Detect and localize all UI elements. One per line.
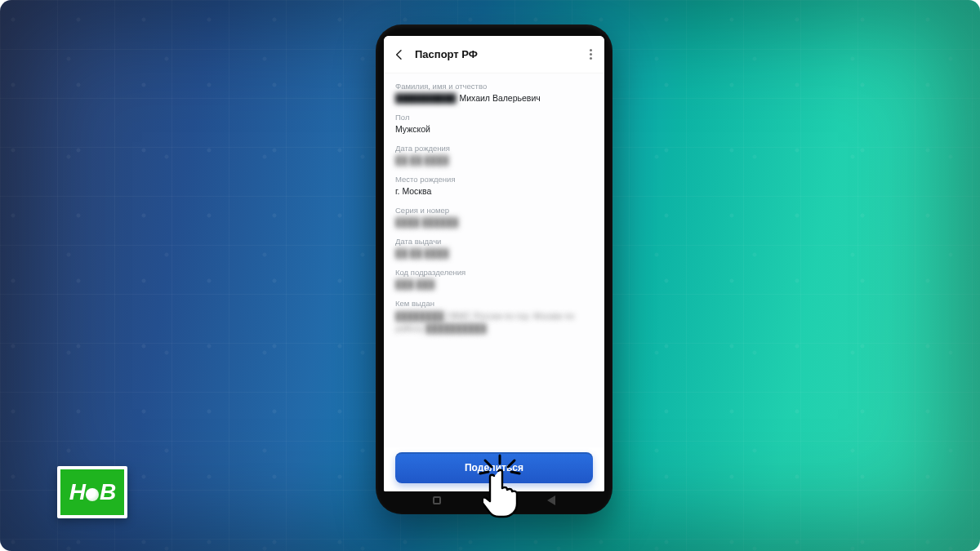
field-birth-date: Дата рождения ██.██.████ — [395, 144, 593, 165]
nav-back-icon[interactable] — [547, 495, 555, 505]
ntv-logo: НВ — [57, 466, 127, 518]
field-full-name: Фамилия, имя и отчество ██████████Михаил… — [395, 82, 593, 103]
bottom-action-area: Поделиться — [384, 447, 604, 491]
more-menu-button[interactable] — [585, 49, 596, 60]
value: Мужской — [395, 124, 593, 134]
field-series-number: Серия и номер ████ ██████ — [395, 206, 593, 227]
ntv-letter-v: В — [100, 479, 115, 504]
label: Дата рождения — [395, 144, 593, 153]
label: Серия и номер — [395, 206, 593, 215]
value-redacted: ████ ██████ — [395, 217, 593, 227]
value-redacted: ███-███ — [395, 279, 593, 289]
value-redacted: ████████ УФМС России по гор. Москве по р… — [395, 310, 593, 334]
label: Дата выдачи — [395, 237, 593, 246]
broadcast-frame: НВ Паспорт РФ Фамилия, имя и отчество ██… — [0, 0, 980, 551]
arrow-left-icon — [393, 48, 406, 61]
app-bar: Паспорт РФ — [384, 36, 604, 73]
ntv-ball-icon — [86, 488, 99, 501]
label: Кем выдан — [395, 299, 593, 308]
name-patronymic: Михаил Валерьевич — [459, 93, 540, 103]
dot-icon — [590, 57, 592, 60]
share-button[interactable]: Поделиться — [395, 452, 593, 483]
field-gender: Пол Мужской — [395, 113, 593, 134]
nav-recent-icon[interactable] — [433, 496, 441, 504]
dot-icon — [590, 53, 592, 56]
phone-screen: Паспорт РФ Фамилия, имя и отчество █████… — [384, 36, 604, 491]
label: Код подразделения — [395, 268, 593, 277]
back-button[interactable] — [392, 47, 407, 62]
label: Фамилия, имя и отчество — [395, 82, 593, 91]
phone-frame: Паспорт РФ Фамилия, имя и отчество █████… — [376, 24, 612, 514]
field-dept-code: Код подразделения ███-███ — [395, 268, 593, 289]
value-redacted: ██.██.████ — [395, 248, 593, 258]
field-birth-place: Место рождения г. Москва — [395, 175, 593, 196]
passport-details: Фамилия, имя и отчество ██████████Михаил… — [384, 73, 604, 447]
page-title: Паспорт РФ — [415, 48, 577, 60]
field-issued-by: Кем выдан ████████ УФМС России по гор. М… — [395, 299, 593, 334]
ntv-letter-n: Н — [69, 479, 85, 504]
ntv-logo-text: НВ — [69, 479, 115, 505]
label: Пол — [395, 113, 593, 122]
android-nav-bar — [376, 491, 612, 509]
value: ██████████Михаил Валерьевич — [395, 93, 593, 103]
field-issue-date: Дата выдачи ██.██.████ — [395, 237, 593, 258]
dot-icon — [590, 49, 592, 51]
redacted-surname: ██████████ — [395, 93, 456, 103]
value-redacted: ██.██.████ — [395, 155, 593, 165]
label: Место рождения — [395, 175, 593, 184]
nav-home-icon[interactable] — [489, 495, 499, 505]
value: г. Москва — [395, 186, 593, 196]
